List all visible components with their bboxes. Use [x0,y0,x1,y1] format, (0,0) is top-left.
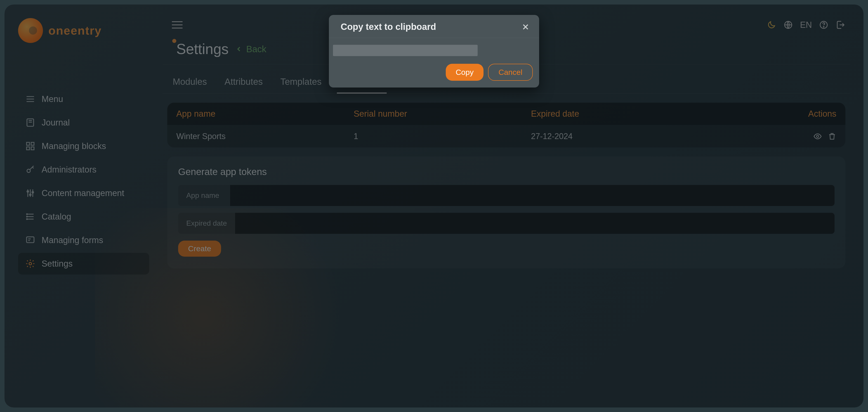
modal-title: Copy text to clipboard [341,22,436,32]
copy-clipboard-modal: Copy text to clipboard Copy Cancel [329,15,539,88]
modal-body [329,38,539,58]
modal-close-button[interactable] [521,22,530,31]
clipboard-text-input[interactable] [333,45,477,56]
modal-header: Copy text to clipboard [329,15,539,38]
copy-button[interactable]: Copy [446,64,484,81]
cancel-button[interactable]: Cancel [488,64,533,81]
modal-actions: Copy Cancel [329,58,539,88]
app-shell: oneentry Menu Journal [4,4,864,408]
